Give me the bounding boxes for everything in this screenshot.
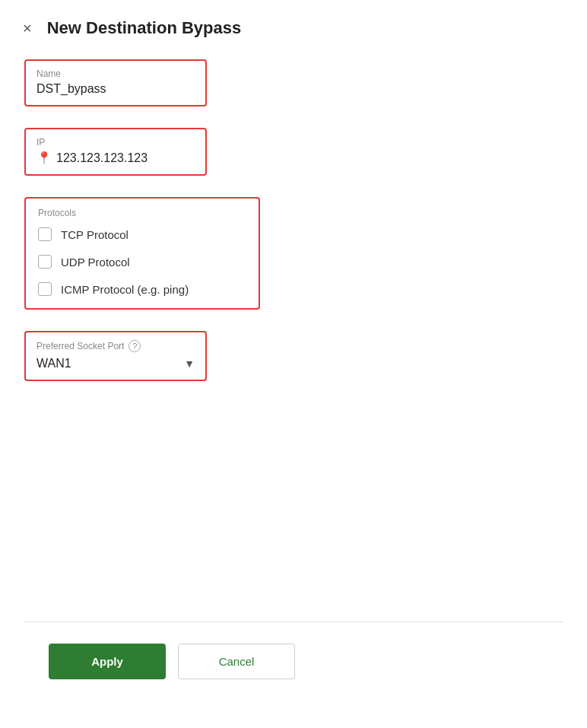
chevron-down-icon: ▼ [184,358,195,370]
protocols-label: Protocols [38,208,246,218]
tcp-checkbox[interactable] [38,227,52,241]
new-destination-bypass-dialog: × New Destination Bypass Name DST_bypass… [0,0,587,728]
udp-label: UDP Protocol [61,256,130,269]
protocol-icmp-item: ICMP Protocol (e.g. ping) [38,282,246,296]
close-button[interactable]: × [18,19,36,37]
socket-port-select[interactable]: WAN1 ▼ [36,357,195,370]
protocol-tcp-item: TCP Protocol [38,227,246,241]
ip-text: 123.123.123.123 [56,151,148,165]
udp-checkbox[interactable] [38,255,52,269]
help-icon[interactable]: ? [129,340,141,352]
protocols-group: Protocols TCP Protocol UDP Protocol ICMP… [24,197,260,310]
footer-divider [24,622,563,622]
dialog-footer: Apply Cancel [24,644,563,710]
name-label: Name [36,68,195,79]
socket-port-label: Preferred Socket Port [36,341,124,351]
icmp-checkbox[interactable] [38,282,52,296]
dialog-body: Name DST_bypass IP 📍 123.123.123.123 Pro… [0,53,587,728]
name-text: DST_bypass [36,82,106,96]
protocol-udp-item: UDP Protocol [38,255,246,269]
cancel-button[interactable]: Cancel [178,644,295,679]
icmp-label: ICMP Protocol (e.g. ping) [61,283,189,296]
ip-field-group: IP 📍 123.123.123.123 [24,128,207,176]
name-field-group: Name DST_bypass [24,59,207,106]
ip-value[interactable]: 📍 123.123.123.123 [36,151,195,165]
location-icon: 📍 [36,151,52,165]
apply-button[interactable]: Apply [49,644,166,679]
socket-port-group: Preferred Socket Port ? WAN1 ▼ [24,331,207,381]
socket-port-label-row: Preferred Socket Port ? [36,340,195,352]
ip-label: IP [36,137,195,148]
dialog-title: New Destination Bypass [47,18,242,38]
name-value[interactable]: DST_bypass [36,82,195,96]
spacer [24,405,563,622]
dialog-header: × New Destination Bypass [0,0,587,53]
socket-port-value: WAN1 [36,357,71,370]
tcp-label: TCP Protocol [61,228,129,241]
